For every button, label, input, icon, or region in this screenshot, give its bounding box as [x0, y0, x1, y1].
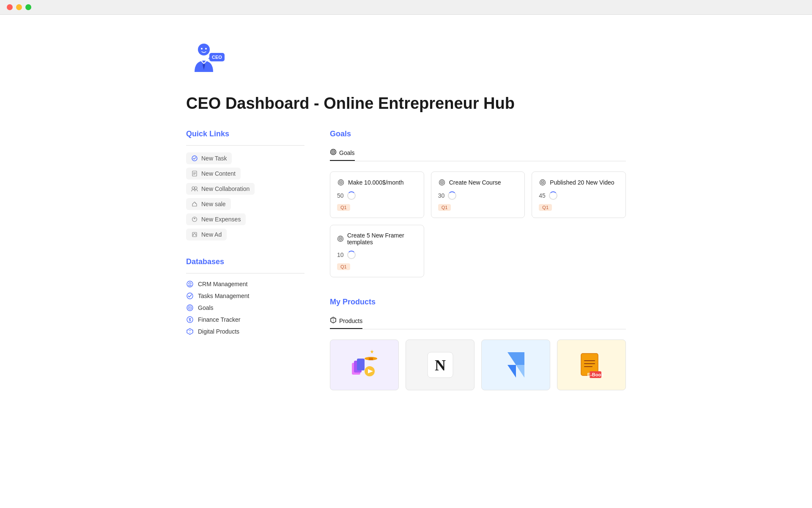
goals-tab-label: Goals: [339, 149, 355, 156]
goals-bottom-grid: Create 5 New Framer templates 10 Q1: [330, 225, 626, 277]
db-item-crm[interactable]: CRM Management: [186, 280, 304, 288]
svg-point-13: [195, 203, 196, 204]
goal-title-1: Make 10.000$/month: [337, 179, 417, 186]
products-db-icon: [186, 328, 194, 335]
finance-icon: $: [186, 316, 194, 323]
quick-link-label: New Task: [201, 155, 227, 162]
sidebar: Quick Links New Task New Content: [186, 130, 304, 335]
goals-tab-icon: [330, 149, 337, 157]
quick-link-new-collaboration[interactable]: New Collaboration: [186, 183, 255, 195]
goal-icon-4: [337, 235, 344, 243]
svg-point-27: [333, 152, 334, 152]
goal-name-2: Create New Course: [449, 179, 501, 186]
right-content: Goals Goals: [330, 130, 626, 390]
svg-point-12: [195, 187, 197, 189]
goal-name-4: Create 5 New Framer templates: [347, 232, 417, 246]
quick-link-new-content[interactable]: New Content: [186, 168, 241, 179]
svg-marker-52: [516, 365, 524, 378]
svg-point-11: [192, 187, 195, 189]
product-card-3[interactable]: [481, 340, 550, 390]
svg-point-2: [205, 48, 207, 50]
svg-rect-42: [357, 359, 365, 370]
collaboration-icon: [191, 185, 198, 192]
goal-tag-1: Q1: [337, 204, 350, 211]
spinner-2: [448, 191, 456, 200]
page-title: CEO Dashboard - Online Entrepreneur Hub: [186, 94, 626, 113]
quick-link-new-ad[interactable]: New Ad: [186, 229, 227, 240]
svg-point-22: [189, 307, 191, 309]
products-grid: N: [330, 340, 626, 390]
db-item-finance[interactable]: $ Finance Tracker: [186, 316, 304, 323]
product-card-2[interactable]: N: [406, 340, 475, 390]
svg-point-0: [198, 44, 210, 55]
goal-icon-2: [438, 179, 446, 186]
divider-2: [186, 273, 304, 273]
quick-link-new-sale[interactable]: New sale: [186, 198, 231, 210]
title-bar: [0, 0, 812, 15]
product-img-2: N: [423, 348, 457, 382]
quick-link-label: New Ad: [201, 231, 222, 238]
products-tab-bar: Products: [330, 313, 626, 329]
product-card-4[interactable]: E-Book: [557, 340, 626, 390]
databases-list: CRM Management Tasks Management Goals: [186, 280, 304, 335]
product-img-1: [348, 348, 381, 382]
db-label: Tasks Management: [198, 293, 249, 299]
goals-tab[interactable]: Goals: [330, 145, 355, 161]
crm-icon: [186, 280, 194, 288]
db-label: Digital Products: [198, 328, 239, 335]
quick-link-new-task[interactable]: New Task: [186, 152, 232, 164]
minimize-button[interactable]: [16, 4, 22, 10]
db-label: Finance Tracker: [198, 316, 240, 323]
goal-progress-2: 30: [438, 191, 518, 200]
goal-card-4: Create 5 New Framer templates 10 Q1: [330, 225, 424, 277]
spinner-4: [347, 251, 356, 259]
svg-point-18: [189, 285, 191, 286]
databases-title: Databases: [186, 257, 304, 266]
quick-link-label: New sale: [201, 201, 226, 207]
goal-icon-1: [337, 179, 345, 186]
progress-num-4: 10: [337, 251, 344, 258]
ceo-icon: CEO: [186, 40, 228, 83]
main-layout: Quick Links New Task New Content: [186, 130, 626, 390]
goals-tab-bar: Goals: [330, 145, 626, 161]
progress-num-2: 30: [438, 192, 445, 199]
products-tab[interactable]: Products: [330, 313, 362, 329]
goals-top-grid: Make 10.000$/month 50 Q1: [330, 171, 626, 218]
spinner-1: [347, 191, 356, 200]
db-item-goals[interactable]: Goals: [186, 304, 304, 312]
sale-icon: [191, 201, 198, 207]
product-img-3: [499, 348, 533, 382]
goal-tag-2: Q1: [438, 204, 451, 211]
svg-point-36: [542, 182, 543, 183]
svg-text:CEO: CEO: [212, 55, 222, 60]
expenses-icon: [191, 216, 198, 223]
products-section-title: My Products: [330, 298, 626, 306]
svg-point-33: [441, 182, 442, 183]
goal-progress-4: 10: [337, 251, 417, 259]
svg-marker-50: [508, 352, 524, 365]
ad-icon: [191, 231, 198, 238]
goal-icon-3: [539, 179, 546, 186]
products-section: My Products Products: [330, 298, 626, 390]
product-card-1[interactable]: [330, 340, 399, 390]
svg-marker-51: [508, 365, 516, 378]
quick-link-new-expenses[interactable]: New Expenses: [186, 213, 246, 225]
quick-link-label: New Expenses: [201, 216, 241, 223]
goals-section-title: Goals: [330, 130, 626, 138]
goal-tag-4: Q1: [337, 263, 350, 270]
db-item-tasks[interactable]: Tasks Management: [186, 292, 304, 300]
goal-title-2: Create New Course: [438, 179, 518, 186]
close-button[interactable]: [7, 4, 13, 10]
goal-progress-3: 45: [539, 191, 619, 200]
db-item-products[interactable]: Digital Products: [186, 328, 304, 335]
product-img-4: E-Book: [575, 348, 609, 382]
goal-card-1: Make 10.000$/month 50 Q1: [330, 171, 424, 218]
quick-link-label: New Content: [201, 170, 236, 177]
maximize-button[interactable]: [25, 4, 31, 10]
divider-1: [186, 145, 304, 146]
svg-text:N: N: [435, 357, 446, 374]
goal-card-3: Published 20 New Video 45 Q1: [532, 171, 626, 218]
goal-tag-3: Q1: [539, 204, 552, 211]
goal-card-2: Create New Course 30 Q1: [431, 171, 525, 218]
task-icon: [191, 155, 198, 162]
